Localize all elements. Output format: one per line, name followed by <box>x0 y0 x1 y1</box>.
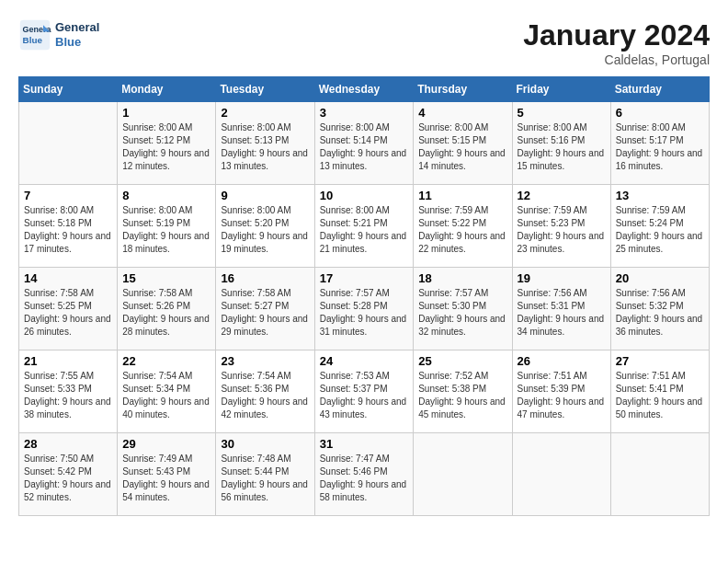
title-block: January 2024 Caldelas, Portugal <box>523 18 710 67</box>
day-number: 11 <box>418 189 506 202</box>
day-info: Sunrise: 8:00 AMSunset: 5:14 PMDaylight:… <box>320 121 409 173</box>
day-number: 12 <box>518 189 606 202</box>
page-header: General Blue General Blue January 2024 C… <box>18 18 710 67</box>
day-info: Sunrise: 7:59 AMSunset: 5:23 PMDaylight:… <box>518 204 606 256</box>
calendar-cell: 6Sunrise: 8:00 AMSunset: 5:17 PMDaylight… <box>610 102 709 185</box>
col-header-sunday: Sunday <box>19 77 118 102</box>
calendar-cell: 28Sunrise: 7:50 AMSunset: 5:42 PMDayligh… <box>19 433 118 516</box>
calendar-cell: 22Sunrise: 7:54 AMSunset: 5:34 PMDayligh… <box>118 350 216 433</box>
day-info: Sunrise: 8:00 AMSunset: 5:12 PMDaylight:… <box>122 121 210 173</box>
day-info: Sunrise: 8:00 AMSunset: 5:13 PMDaylight:… <box>221 121 309 173</box>
day-info: Sunrise: 7:54 AMSunset: 5:36 PMDaylight:… <box>221 370 309 421</box>
day-number: 7 <box>24 189 112 202</box>
day-number: 14 <box>24 271 112 285</box>
day-info: Sunrise: 8:00 AMSunset: 5:16 PMDaylight:… <box>518 121 606 173</box>
calendar-cell: 10Sunrise: 8:00 AMSunset: 5:21 PMDayligh… <box>314 185 414 268</box>
day-info: Sunrise: 7:47 AMSunset: 5:46 PMDaylight:… <box>320 453 409 504</box>
day-number: 21 <box>24 354 112 368</box>
day-number: 18 <box>418 271 506 285</box>
day-number: 1 <box>122 106 210 120</box>
day-number: 6 <box>616 106 704 120</box>
day-number: 10 <box>320 189 409 202</box>
calendar-cell: 13Sunrise: 7:59 AMSunset: 5:24 PMDayligh… <box>610 185 709 268</box>
day-info: Sunrise: 8:00 AMSunset: 5:19 PMDaylight:… <box>122 204 210 256</box>
calendar-cell: 11Sunrise: 7:59 AMSunset: 5:22 PMDayligh… <box>414 185 512 268</box>
calendar-cell: 15Sunrise: 7:58 AMSunset: 5:26 PMDayligh… <box>118 268 216 350</box>
day-info: Sunrise: 7:56 AMSunset: 5:32 PMDaylight:… <box>616 287 704 339</box>
day-info: Sunrise: 7:50 AMSunset: 5:42 PMDaylight:… <box>24 453 112 504</box>
calendar-cell: 2Sunrise: 8:00 AMSunset: 5:13 PMDaylight… <box>216 102 314 185</box>
day-number: 23 <box>221 354 309 368</box>
day-number: 5 <box>518 106 606 120</box>
week-row-5: 28Sunrise: 7:50 AMSunset: 5:42 PMDayligh… <box>19 433 710 516</box>
calendar-cell: 1Sunrise: 8:00 AMSunset: 5:12 PMDaylight… <box>118 102 216 185</box>
day-number: 29 <box>122 437 210 451</box>
day-info: Sunrise: 7:56 AMSunset: 5:31 PMDaylight:… <box>518 287 606 339</box>
day-info: Sunrise: 8:00 AMSunset: 5:21 PMDaylight:… <box>320 204 409 256</box>
calendar-cell: 27Sunrise: 7:51 AMSunset: 5:41 PMDayligh… <box>610 350 709 433</box>
logo-icon: General Blue <box>18 18 51 52</box>
day-info: Sunrise: 8:00 AMSunset: 5:17 PMDaylight:… <box>616 121 704 173</box>
day-info: Sunrise: 8:00 AMSunset: 5:20 PMDaylight:… <box>221 204 309 256</box>
day-number: 27 <box>616 354 704 368</box>
day-number: 13 <box>616 189 704 202</box>
calendar-cell: 18Sunrise: 7:57 AMSunset: 5:30 PMDayligh… <box>414 268 512 350</box>
calendar-cell: 17Sunrise: 7:57 AMSunset: 5:28 PMDayligh… <box>314 268 414 350</box>
calendar-cell <box>19 102 118 185</box>
week-row-3: 14Sunrise: 7:58 AMSunset: 5:25 PMDayligh… <box>19 268 710 350</box>
calendar-cell: 7Sunrise: 8:00 AMSunset: 5:18 PMDaylight… <box>19 185 118 268</box>
calendar-cell: 21Sunrise: 7:55 AMSunset: 5:33 PMDayligh… <box>19 350 118 433</box>
day-info: Sunrise: 7:55 AMSunset: 5:33 PMDaylight:… <box>24 370 112 421</box>
day-number: 15 <box>122 271 210 285</box>
day-info: Sunrise: 7:49 AMSunset: 5:43 PMDaylight:… <box>122 453 210 504</box>
day-number: 31 <box>320 437 409 451</box>
calendar-cell <box>414 433 512 516</box>
day-info: Sunrise: 7:59 AMSunset: 5:22 PMDaylight:… <box>418 204 506 256</box>
day-number: 28 <box>24 437 112 451</box>
calendar-cell: 5Sunrise: 8:00 AMSunset: 5:16 PMDaylight… <box>512 102 610 185</box>
day-number: 4 <box>418 106 506 120</box>
calendar-cell: 26Sunrise: 7:51 AMSunset: 5:39 PMDayligh… <box>512 350 610 433</box>
day-info: Sunrise: 7:58 AMSunset: 5:25 PMDaylight:… <box>24 287 112 339</box>
day-info: Sunrise: 7:59 AMSunset: 5:24 PMDaylight:… <box>616 204 704 256</box>
day-info: Sunrise: 8:00 AMSunset: 5:15 PMDaylight:… <box>418 121 506 173</box>
calendar-subtitle: Caldelas, Portugal <box>523 52 710 67</box>
calendar-cell: 23Sunrise: 7:54 AMSunset: 5:36 PMDayligh… <box>216 350 314 433</box>
col-header-thursday: Thursday <box>414 77 512 102</box>
day-number: 9 <box>221 189 309 202</box>
day-number: 22 <box>122 354 210 368</box>
day-info: Sunrise: 7:57 AMSunset: 5:30 PMDaylight:… <box>418 287 506 339</box>
day-info: Sunrise: 8:00 AMSunset: 5:18 PMDaylight:… <box>24 204 112 256</box>
logo-line1: General <box>55 20 99 35</box>
calendar-cell: 12Sunrise: 7:59 AMSunset: 5:23 PMDayligh… <box>512 185 610 268</box>
col-header-monday: Monday <box>118 77 216 102</box>
day-number: 24 <box>320 354 409 368</box>
week-row-2: 7Sunrise: 8:00 AMSunset: 5:18 PMDaylight… <box>19 185 710 268</box>
day-number: 19 <box>518 271 606 285</box>
svg-text:Blue: Blue <box>23 35 43 45</box>
day-info: Sunrise: 7:54 AMSunset: 5:34 PMDaylight:… <box>122 370 210 421</box>
day-number: 20 <box>616 271 704 285</box>
week-row-1: 1Sunrise: 8:00 AMSunset: 5:12 PMDaylight… <box>19 102 710 185</box>
calendar-cell: 14Sunrise: 7:58 AMSunset: 5:25 PMDayligh… <box>19 268 118 350</box>
day-info: Sunrise: 7:51 AMSunset: 5:41 PMDaylight:… <box>616 370 704 421</box>
day-number: 2 <box>221 106 309 120</box>
calendar-title: January 2024 <box>523 18 710 52</box>
day-number: 30 <box>221 437 309 451</box>
calendar-cell: 24Sunrise: 7:53 AMSunset: 5:37 PMDayligh… <box>314 350 414 433</box>
calendar-cell: 8Sunrise: 8:00 AMSunset: 5:19 PMDaylight… <box>118 185 216 268</box>
calendar-cell: 25Sunrise: 7:52 AMSunset: 5:38 PMDayligh… <box>414 350 512 433</box>
day-number: 26 <box>518 354 606 368</box>
day-number: 3 <box>320 106 409 120</box>
day-number: 17 <box>320 271 409 285</box>
day-info: Sunrise: 7:58 AMSunset: 5:26 PMDaylight:… <box>122 287 210 339</box>
calendar-cell: 29Sunrise: 7:49 AMSunset: 5:43 PMDayligh… <box>118 433 216 516</box>
col-header-saturday: Saturday <box>610 77 709 102</box>
col-header-friday: Friday <box>512 77 610 102</box>
day-number: 16 <box>221 271 309 285</box>
day-info: Sunrise: 7:57 AMSunset: 5:28 PMDaylight:… <box>320 287 409 339</box>
calendar-cell <box>610 433 709 516</box>
calendar-cell: 3Sunrise: 8:00 AMSunset: 5:14 PMDaylight… <box>314 102 414 185</box>
col-header-wednesday: Wednesday <box>314 77 414 102</box>
week-row-4: 21Sunrise: 7:55 AMSunset: 5:33 PMDayligh… <box>19 350 710 433</box>
